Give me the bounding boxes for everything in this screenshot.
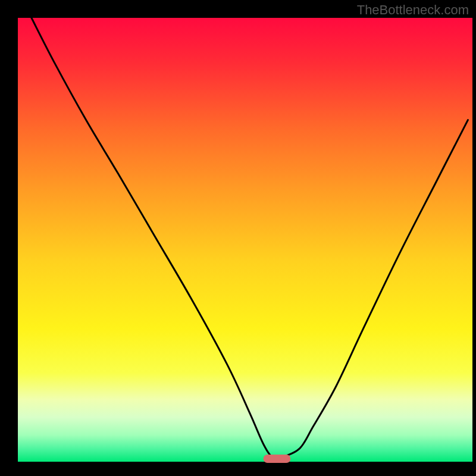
- bottleneck-chart: [0, 0, 476, 476]
- watermark-text: TheBottleneck.com: [357, 2, 469, 18]
- optimal-marker: [264, 455, 291, 463]
- chart-container: TheBottleneck.com: [0, 0, 476, 476]
- plot-area: [18, 18, 472, 462]
